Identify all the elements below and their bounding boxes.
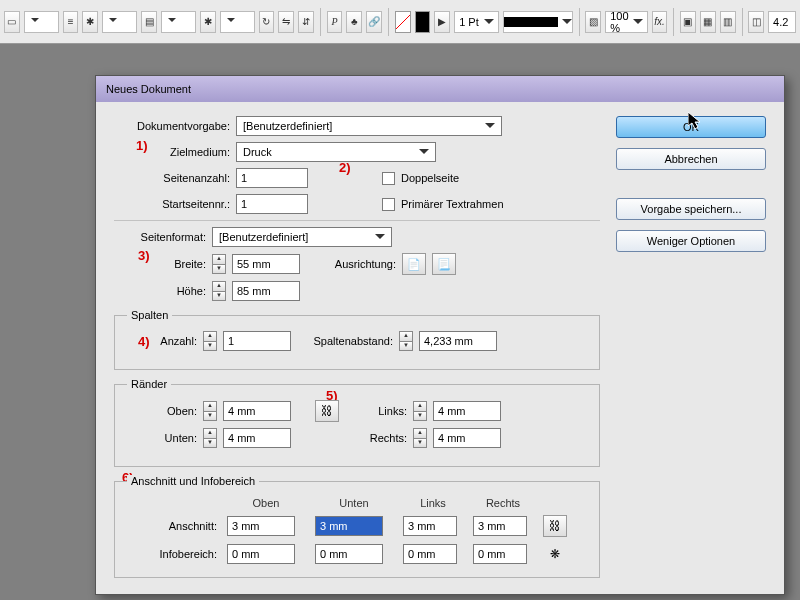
mright-spinner[interactable]	[413, 428, 427, 448]
flip2-icon[interactable]: ⇵	[298, 11, 314, 33]
ok-label: OK	[683, 121, 699, 133]
para-icon[interactable]: P	[327, 11, 343, 33]
save-preset-button[interactable]: Vorgabe speichern...	[616, 198, 766, 220]
fx-button[interactable]: fx.	[652, 11, 668, 33]
pages-value: 1	[241, 172, 247, 184]
option-picker[interactable]	[220, 11, 255, 33]
bleed-right-input[interactable]: 3 mm	[473, 516, 527, 536]
tool-picker[interactable]	[24, 11, 59, 33]
bleed-left-input[interactable]: 3 mm	[403, 516, 457, 536]
fill-none-swatch[interactable]	[395, 11, 411, 33]
textwrap1-icon[interactable]: ▣	[680, 11, 696, 33]
colcount-value: 1	[228, 335, 234, 347]
label-margin-left: Links:	[363, 405, 407, 417]
mtop-input[interactable]: 4 mm	[223, 401, 291, 421]
bleed-bottom-input[interactable]: 3 mm	[315, 516, 383, 536]
stroke-style-preview	[504, 17, 558, 27]
cancel-button[interactable]: Abbrechen	[616, 148, 766, 170]
rotate-icon[interactable]: ↻	[259, 11, 275, 33]
startpage-input[interactable]: 1	[236, 194, 308, 214]
annotation-3: 3)	[138, 248, 150, 263]
label-gutter: Spaltenabstand:	[297, 335, 393, 347]
colcount-spinner[interactable]	[203, 331, 217, 351]
slug-bottom-input[interactable]: 0 mm	[315, 544, 383, 564]
width-value: 55 mm	[237, 258, 271, 270]
facing-checkbox[interactable]	[382, 172, 395, 185]
crop-value[interactable]: 4.2	[768, 11, 796, 33]
tree-icon[interactable]: ♣	[346, 11, 362, 33]
orientation-landscape-button[interactable]: 📃	[432, 253, 456, 275]
new-document-dialog: Neues Dokument 1) 2) 3) 4) 5) 6) Dokumen…	[95, 75, 785, 595]
toolbar-separator	[388, 8, 389, 36]
orientation-portrait-button[interactable]: 📄	[402, 253, 426, 275]
dialog-titlebar: Neues Dokument	[96, 76, 784, 102]
mbottom-value: 4 mm	[228, 432, 256, 444]
mbottom-spinner[interactable]	[203, 428, 217, 448]
fewer-options-label: Weniger Optionen	[647, 235, 735, 247]
height-input[interactable]: 85 mm	[232, 281, 300, 301]
option-picker[interactable]	[161, 11, 196, 33]
height-spinner[interactable]	[212, 281, 226, 301]
ok-button[interactable]: OK	[616, 116, 766, 138]
pageformat-dropdown[interactable]: [Benutzerdefiniert]	[212, 227, 392, 247]
slug-top-input[interactable]: 0 mm	[227, 544, 295, 564]
save-preset-label: Vorgabe speichern...	[641, 203, 742, 215]
intent-dropdown[interactable]: Druck	[236, 142, 436, 162]
label-primary-tf: Primärer Textrahmen	[401, 198, 504, 210]
margins-group: Ränder Oben: 4 mm ⛓ Links: 4 mm Unten: 4…	[114, 378, 600, 467]
stroke-style-select[interactable]	[503, 11, 573, 33]
toolbar-separator	[742, 8, 743, 36]
slug-link-toggle[interactable]: ❋	[543, 543, 567, 565]
tool-icon[interactable]: ▭	[4, 11, 20, 33]
thumb-icon[interactable]: ▧	[585, 11, 601, 33]
margins-link-toggle[interactable]: ⛓	[315, 400, 339, 422]
intent-value: Druck	[243, 146, 272, 158]
grid-icon[interactable]: ▤	[141, 11, 157, 33]
bug-icon[interactable]: ✱	[82, 11, 98, 33]
zoom-select[interactable]: 100 %	[605, 11, 647, 33]
chevron-down-icon	[483, 119, 497, 133]
mbottom-input[interactable]: 4 mm	[223, 428, 291, 448]
stroke-swatch[interactable]	[415, 11, 431, 33]
startpage-value: 1	[241, 198, 247, 210]
bleed-right-value: 3 mm	[478, 520, 506, 532]
bug2-icon[interactable]: ✱	[200, 11, 216, 33]
option-picker[interactable]	[102, 11, 137, 33]
gutter-spinner[interactable]	[399, 331, 413, 351]
link-icon[interactable]: 🔗	[366, 11, 382, 33]
col-left: Links	[403, 497, 463, 509]
mtop-spinner[interactable]	[203, 401, 217, 421]
stroke-weight-select[interactable]: 1 Pt	[454, 11, 499, 33]
label-facing: Doppelseite	[401, 172, 459, 184]
gutter-value: 4,233 mm	[424, 335, 473, 347]
width-input[interactable]: 55 mm	[232, 254, 300, 274]
annotation-2: 2)	[339, 160, 351, 175]
columns-legend: Spalten	[127, 309, 172, 321]
flip-icon[interactable]: ⇋	[278, 11, 294, 33]
bleed-link-toggle[interactable]: ⛓	[543, 515, 567, 537]
slug-left-input[interactable]: 0 mm	[403, 544, 457, 564]
bleed-top-value: 3 mm	[232, 520, 260, 532]
height-value: 85 mm	[237, 285, 271, 297]
bleed-top-input[interactable]: 3 mm	[227, 516, 295, 536]
mleft-input[interactable]: 4 mm	[433, 401, 501, 421]
mright-input[interactable]: 4 mm	[433, 428, 501, 448]
textwrap3-icon[interactable]: ▥	[720, 11, 736, 33]
label-slug: Infobereich:	[127, 548, 217, 560]
label-colcount: Anzahl:	[127, 335, 197, 347]
primary-textframe-checkbox[interactable]	[382, 198, 395, 211]
doc-preset-dropdown[interactable]: [Benutzerdefiniert]	[236, 116, 502, 136]
width-spinner[interactable]	[212, 254, 226, 274]
slug-right-input[interactable]: 0 mm	[473, 544, 527, 564]
gutter-input[interactable]: 4,233 mm	[419, 331, 497, 351]
colcount-input[interactable]: 1	[223, 331, 291, 351]
mleft-spinner[interactable]	[413, 401, 427, 421]
align-icon[interactable]: ≡	[63, 11, 79, 33]
fewer-options-button[interactable]: Weniger Optionen	[616, 230, 766, 252]
label-margin-right: Rechts:	[363, 432, 407, 444]
textwrap2-icon[interactable]: ▦	[700, 11, 716, 33]
bleed-left-value: 3 mm	[408, 520, 436, 532]
arrow-right-icon[interactable]: ▶	[434, 11, 450, 33]
transform-icon[interactable]: ◫	[748, 11, 764, 33]
pages-input[interactable]: 1	[236, 168, 308, 188]
